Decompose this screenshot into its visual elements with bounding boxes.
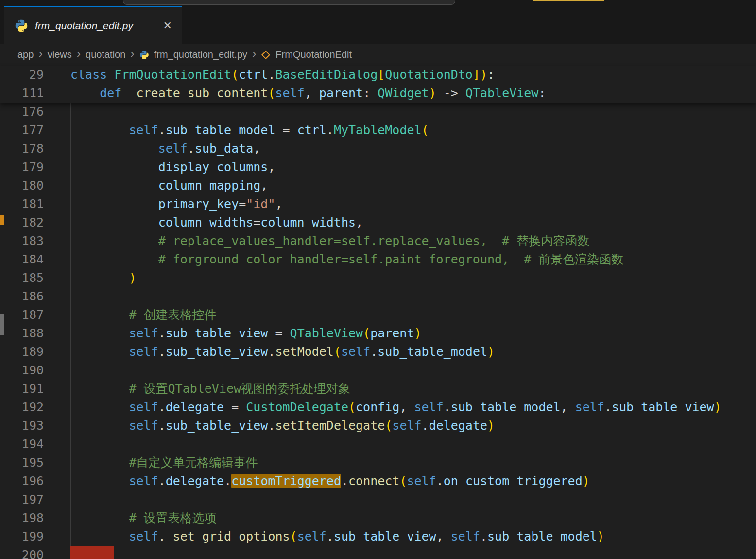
line-number[interactable]: 189 [0,343,44,361]
command-center[interactable] [123,0,455,5]
code-text: primary_key="id", [44,195,283,213]
chevron-right-icon: › [252,48,256,60]
code-text: self.sub_table_model = ctrl.MyTableModel… [44,121,429,140]
line-number[interactable]: 178 [0,140,44,158]
code-text: display_columns, [44,158,275,176]
code-line-187[interactable]: 187 # 创建表格控件 [0,306,756,324]
vscode-window: frm_quotation_edit.py ✕ app › views › qu… [0,0,756,559]
line-number[interactable]: 195 [0,454,44,472]
line-number[interactable]: 196 [0,472,44,490]
code-text: self.sub_table_view.setModel(self.sub_ta… [44,343,495,361]
line-number[interactable]: 182 [0,213,44,232]
code-line-184[interactable]: 184 # forground_color_handler=self.paint… [0,250,756,269]
code-text: column_mapping, [44,176,268,195]
code-text: self.delegate.customTriggered.connect(se… [44,472,590,490]
line-number[interactable]: 183 [0,232,44,250]
chevron-right-icon: › [130,48,134,60]
code-text [44,103,70,121]
code-line-200[interactable]: 200 [0,546,756,559]
line-number[interactable]: 193 [0,417,44,435]
breadcrumb-item-quotation[interactable]: quotation [86,49,125,60]
line-number[interactable]: 185 [0,269,44,287]
code-line-190[interactable]: 190 [0,361,756,380]
gutter-decoration-marker [0,215,4,225]
code-text [44,361,70,380]
sticky-scroll: 29class FrmQuotationEdit(ctrl.BaseEditDi… [0,66,756,103]
code-line-191[interactable]: 191 # 设置QTableView视图的委托处理对象 [0,380,756,398]
code-text: def _create_sub_content(self, parent: QW… [44,84,546,103]
code-line-182[interactable]: 182 column_widths=column_widths, [0,213,756,232]
code-text [44,435,70,454]
gutter-decoration-marker [0,314,4,335]
code-text: self.sub_table_view.setItemDelegate(self… [44,417,495,435]
breadcrumb: app › views › quotation › frm_quotation_… [0,44,756,66]
code-line-194[interactable]: 194 [0,435,756,454]
code-line-195[interactable]: 195 #自定义单元格编辑事件 [0,454,756,472]
line-number[interactable]: 190 [0,361,44,380]
code-line-199[interactable]: 199 self._set_grid_options(self.sub_tabl… [0,527,756,546]
code-line-179[interactable]: 179 display_columns, [0,158,756,176]
line-number[interactable]: 198 [0,509,44,527]
titlebar [0,0,756,6]
breadcrumb-item-class[interactable]: FrmQuotationEdit [275,49,352,60]
breadcrumb-item-views[interactable]: views [48,49,72,60]
code-line-177[interactable]: 177 self.sub_table_model = ctrl.MyTableM… [0,121,756,140]
line-number[interactable]: 177 [0,121,44,140]
line-number[interactable]: 111 [0,84,44,103]
line-number[interactable]: 200 [0,546,44,559]
tab-bar: frm_quotation_edit.py ✕ [0,6,756,44]
class-symbol-icon [261,50,271,60]
code-line-181[interactable]: 181 primary_key="id", [0,195,756,213]
titlebar-accent-bar [533,0,604,1]
code-text: #自定义单元格编辑事件 [44,454,258,472]
line-number[interactable]: 187 [0,306,44,324]
breadcrumb-item-filename[interactable]: frm_quotation_edit.py [154,49,247,60]
close-icon[interactable]: ✕ [161,18,174,33]
line-number[interactable]: 186 [0,287,44,306]
code-line-29[interactable]: 29class FrmQuotationEdit(ctrl.BaseEditDi… [0,66,756,84]
line-number[interactable]: 179 [0,158,44,176]
code-scroll-region[interactable]: 176177 self.sub_table_model = ctrl.MyTab… [0,103,756,559]
line-number[interactable]: 192 [0,398,44,417]
code-text: # forground_color_handler=self.paint_for… [44,250,623,269]
line-number[interactable]: 176 [0,103,44,121]
code-line-111[interactable]: 111 def _create_sub_content(self, parent… [0,84,756,103]
line-number[interactable]: 29 [0,66,44,84]
code-text: ) [44,269,136,287]
line-number[interactable]: 180 [0,176,44,195]
breadcrumb-item-app[interactable]: app [17,49,34,60]
editor-pane[interactable]: 29class FrmQuotationEdit(ctrl.BaseEditDi… [0,66,756,559]
code-text: self.sub_table_view = QTableView(parent) [44,324,422,343]
code-line-176[interactable]: 176 [0,103,756,121]
code-text [44,287,70,306]
code-line-180[interactable]: 180 column_mapping, [0,176,756,195]
python-icon [139,50,149,60]
code-line-197[interactable]: 197 [0,490,756,509]
code-line-196[interactable]: 196 self.delegate.customTriggered.connec… [0,472,756,490]
code-line-185[interactable]: 185 ) [0,269,756,287]
code-line-193[interactable]: 193 self.sub_table_view.setItemDelegate(… [0,417,756,435]
code-line-178[interactable]: 178 self.sub_data, [0,140,756,158]
chevron-right-icon: › [77,48,81,60]
code-line-188[interactable]: 188 self.sub_table_view = QTableView(par… [0,324,756,343]
line-number[interactable]: 188 [0,324,44,343]
code-line-189[interactable]: 189 self.sub_table_view.setModel(self.su… [0,343,756,361]
line-number[interactable]: 194 [0,435,44,454]
code-line-186[interactable]: 186 [0,287,756,306]
line-number[interactable]: 199 [0,527,44,546]
line-number[interactable]: 197 [0,490,44,509]
code-text: # replace_values_handler=self.replace_va… [44,232,589,250]
tab-frm-quotation-edit[interactable]: frm_quotation_edit.py ✕ [4,6,182,44]
line-number[interactable]: 181 [0,195,44,213]
code-text: self._set_grid_options(self.sub_table_vi… [44,527,604,546]
code-line-183[interactable]: 183 # replace_values_handler=self.replac… [0,232,756,250]
code-line-198[interactable]: 198 # 设置表格选项 [0,509,756,527]
tab-title: frm_quotation_edit.py [35,20,155,32]
code-text: # 设置QTableView视图的委托处理对象 [44,380,350,398]
code-line-192[interactable]: 192 self.delegate = CustomDelegate(confi… [0,398,756,417]
code-text [44,546,70,559]
line-number[interactable]: 191 [0,380,44,398]
code-text: self.delegate = CustomDelegate(config, s… [44,398,722,417]
line-number[interactable]: 184 [0,250,44,269]
python-icon [15,19,28,33]
